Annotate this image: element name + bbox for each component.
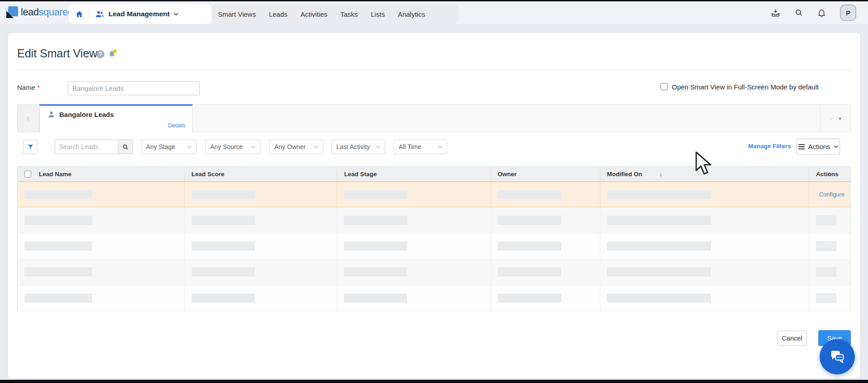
table-row[interactable] (18, 259, 850, 285)
nav-leads[interactable]: Leads (269, 10, 288, 18)
loading-placeholder (344, 190, 407, 199)
fullscreen-checkbox[interactable] (660, 83, 668, 90)
loading-placeholder (498, 294, 561, 303)
nav-tasks[interactable]: Tasks (340, 10, 358, 18)
tabs-scroll-left-button[interactable]: ‹ (18, 105, 39, 132)
tab-details-link[interactable]: Details (168, 122, 185, 129)
tabs-overflow-caret[interactable]: ▾ (839, 115, 842, 122)
workspace-label: Lead Management (108, 10, 170, 18)
column-header-lead-name[interactable]: Lead Name (18, 167, 184, 181)
nav-activities[interactable]: Activities (301, 10, 327, 18)
app-window: leadsquared Lead Management (0, 0, 868, 383)
column-label: Lead Score (192, 171, 225, 177)
sort-desc-icon[interactable]: ↓ (660, 171, 663, 177)
filter-funnel-button[interactable] (23, 140, 38, 154)
loading-placeholder (24, 294, 92, 303)
home-icon[interactable] (75, 10, 84, 19)
cell-actions: Configure (809, 182, 850, 207)
cell-owner (491, 234, 600, 259)
stage-filter-value: Any Stage (146, 143, 175, 150)
chevron-down-icon (834, 145, 838, 148)
cell-lead-score (184, 207, 337, 233)
table-row[interactable] (18, 207, 850, 233)
chat-widget-button[interactable] (820, 339, 855, 374)
column-header-owner[interactable]: Owner (491, 167, 600, 181)
search-submit-button[interactable] (118, 140, 133, 154)
table-row-highlighted[interactable]: Configure (18, 182, 850, 207)
chevron-down-icon (438, 145, 443, 149)
loading-placeholder (498, 190, 561, 199)
loading-placeholder (607, 216, 711, 225)
nav-smart-views[interactable]: Smart Views (218, 10, 256, 18)
select-all-checkbox[interactable] (24, 171, 31, 177)
stage-filter-dropdown[interactable]: Any Stage (141, 140, 197, 154)
workspace-switcher[interactable]: Lead Management (95, 10, 179, 19)
actions-button[interactable]: Actions (797, 139, 840, 154)
leadsquared-logo[interactable]: leadsquared (6, 6, 73, 18)
cell-lead-name (18, 182, 184, 207)
tab-title: Bangalore Leads (59, 111, 114, 118)
alerts-bell-icon[interactable] (108, 50, 116, 58)
actions-button-label: Actions (808, 143, 830, 150)
loading-placeholder (498, 267, 561, 276)
tab-strip-right-controls: › ▾ (820, 105, 850, 132)
loading-placeholder (498, 216, 561, 225)
leads-table: Lead Name Lead Score Lead Stage Owner Mo… (17, 166, 851, 311)
loading-placeholder (607, 267, 711, 276)
loading-placeholder (816, 241, 836, 251)
column-header-lead-stage[interactable]: Lead Stage (337, 167, 491, 181)
person-icon (47, 111, 55, 118)
cancel-button[interactable]: Cancel (777, 331, 807, 346)
cell-modified-on (600, 234, 809, 259)
column-label: Modified On (607, 171, 642, 177)
cell-lead-stage (337, 285, 491, 311)
search-icon[interactable] (794, 8, 803, 17)
cell-lead-score (184, 182, 337, 207)
help-icon[interactable]: ? (96, 50, 104, 58)
table-row[interactable] (18, 285, 850, 311)
edit-smart-view-card: Edit Smart View ? Name * Open Smart View… (8, 33, 860, 378)
nav-lists[interactable]: Lists (371, 10, 385, 18)
loading-placeholder (192, 267, 255, 276)
column-header-lead-score[interactable]: Lead Score (184, 167, 337, 181)
cell-actions (809, 285, 850, 311)
source-filter-dropdown[interactable]: Any Source (205, 140, 260, 154)
cell-actions (809, 259, 850, 285)
cell-actions (809, 234, 850, 259)
cell-actions (809, 207, 850, 233)
cell-owner (491, 182, 600, 207)
owner-filter-dropdown[interactable]: Any Owner (269, 140, 323, 154)
activity-filter-dropdown[interactable]: Last Activity (331, 140, 385, 154)
cell-lead-stage (337, 207, 491, 233)
notifications-bell-icon[interactable] (817, 8, 826, 18)
source-filter-value: Any Source (210, 143, 243, 150)
loading-placeholder (816, 267, 836, 277)
inbox-tray-icon[interactable] (770, 8, 781, 18)
time-filter-value: All Time (399, 143, 421, 150)
time-filter-dropdown[interactable]: All Time (394, 140, 447, 154)
user-avatar[interactable]: P (840, 5, 856, 21)
table-row[interactable] (18, 234, 850, 259)
manage-filters-link[interactable]: Manage Filters (748, 143, 791, 149)
configure-link[interactable]: Configure (819, 191, 850, 198)
tabs-scroll-right-button[interactable]: › (830, 114, 832, 123)
search-leads-input[interactable] (55, 140, 118, 154)
cell-lead-name (18, 259, 184, 285)
title-icons: ? (96, 50, 116, 58)
column-header-modified-on[interactable]: Modified On ↓ (600, 167, 809, 181)
divider (89, 9, 90, 19)
funnel-icon (27, 144, 34, 150)
cell-lead-score (184, 285, 337, 311)
tab-bangalore-leads[interactable]: Bangalore Leads Details (39, 104, 193, 132)
cell-lead-stage (337, 182, 491, 207)
smart-view-name-input[interactable] (68, 81, 200, 95)
column-label: Owner (498, 171, 517, 177)
workspace-pill: Lead Management (69, 4, 212, 24)
cell-lead-name (18, 207, 184, 233)
cell-modified-on (600, 182, 809, 207)
divider (17, 70, 851, 70)
fullscreen-checkbox-label: Open Smart View in Full-Screen Mode by d… (672, 83, 819, 91)
nav-analytics[interactable]: Analytics (398, 10, 425, 18)
loading-placeholder (344, 267, 407, 276)
chat-bubbles-icon (828, 348, 846, 366)
